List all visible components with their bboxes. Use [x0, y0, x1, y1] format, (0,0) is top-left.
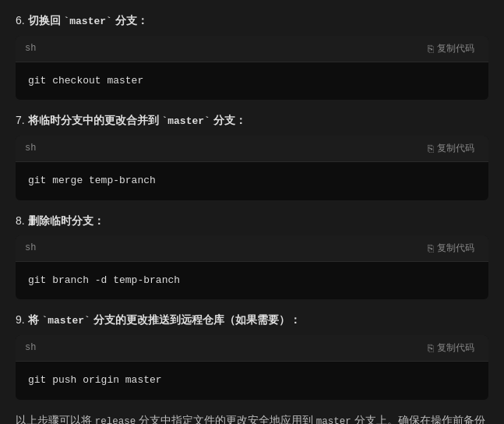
- code-header-8: sh⎘复制代码: [16, 235, 488, 262]
- step-label-7: 7. 将临时分支中的更改合并到 `master` 分支：: [16, 112, 488, 129]
- step-block-8: 8. 删除临时分支：sh⎘复制代码git branch -d temp-bran…: [16, 213, 488, 300]
- code-block-9: sh⎘复制代码git push origin master: [16, 335, 488, 400]
- step-block-9: 9. 将 `master` 分支的更改推送到远程仓库（如果需要）：sh⎘复制代码…: [16, 312, 488, 399]
- copy-button-7[interactable]: ⎘复制代码: [423, 140, 479, 157]
- code-header-7: sh⎘复制代码: [16, 136, 488, 162]
- code-command-8: git branch -d temp-branch: [28, 273, 476, 289]
- code-lang-6: sh: [25, 43, 36, 54]
- step-label-6: 6. 切换回 `master` 分支：: [16, 12, 488, 30]
- copy-button-6[interactable]: ⎘复制代码: [423, 41, 479, 57]
- code-body-6: git checkout master: [16, 62, 488, 101]
- copy-icon-6: ⎘: [428, 43, 434, 55]
- main-content: 6. 切换回 `master` 分支：sh⎘复制代码git checkout m…: [16, 12, 488, 424]
- code-command-6: git checkout master: [28, 73, 476, 90]
- copy-label-9: 复制代码: [437, 341, 474, 355]
- copy-label-8: 复制代码: [437, 242, 474, 255]
- summary-text: 以上步骤可以将 release 分支中指定文件的更改安全地应用到 master …: [16, 412, 488, 424]
- copy-button-9[interactable]: ⎘复制代码: [423, 340, 479, 356]
- code-body-8: git branch -d temp-branch: [16, 262, 488, 300]
- step-label-9: 9. 将 `master` 分支的更改推送到远程仓库（如果需要）：: [16, 312, 488, 329]
- code-command-7: git merge temp-branch: [28, 173, 476, 189]
- code-body-7: git merge temp-branch: [16, 162, 488, 200]
- code-block-7: sh⎘复制代码git merge temp-branch: [16, 136, 488, 200]
- code-command-9: git push origin master: [28, 373, 476, 389]
- code-lang-9: sh: [25, 342, 36, 353]
- copy-icon-8: ⎘: [428, 242, 434, 254]
- step-label-8: 8. 删除临时分支：: [16, 213, 488, 229]
- copy-button-8[interactable]: ⎘复制代码: [423, 240, 479, 256]
- copy-label-6: 复制代码: [437, 42, 474, 55]
- code-block-6: sh⎘复制代码git checkout master: [16, 36, 488, 101]
- code-header-9: sh⎘复制代码: [16, 335, 488, 362]
- copy-icon-9: ⎘: [428, 342, 434, 354]
- copy-label-7: 复制代码: [437, 142, 474, 155]
- code-body-9: git push origin master: [16, 362, 488, 400]
- step-block-6: 6. 切换回 `master` 分支：sh⎘复制代码git checkout m…: [16, 12, 488, 100]
- code-header-6: sh⎘复制代码: [16, 36, 488, 62]
- code-block-8: sh⎘复制代码git branch -d temp-branch: [16, 235, 488, 300]
- copy-icon-7: ⎘: [428, 143, 434, 154]
- code-lang-8: sh: [25, 242, 36, 253]
- code-lang-7: sh: [25, 143, 36, 154]
- step-block-7: 7. 将临时分支中的更改合并到 `master` 分支：sh⎘复制代码git m…: [16, 112, 488, 200]
